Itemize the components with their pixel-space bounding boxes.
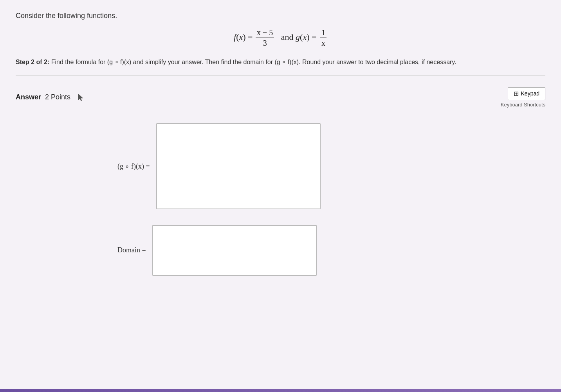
fraction-f-numerator: x − 5 <box>256 28 274 38</box>
keypad-area: ⊞ Keypad Keyboard Shortcuts <box>501 87 545 108</box>
problem-intro: Consider the following functions. <box>16 12 545 20</box>
keypad-button-label: Keypad <box>521 90 539 97</box>
keypad-icon: ⊞ <box>514 90 519 97</box>
divider <box>16 75 545 76</box>
points-label: 2 Points <box>45 93 70 101</box>
answer-section: Answer 2 Points ⊞ Keypad Keyboard Shortc… <box>16 87 545 276</box>
and-g-label: and g(x) = <box>281 32 319 42</box>
answer-inputs: (g ∘ f)(x) = Domain = <box>117 123 545 276</box>
step-description: Find the formula for (g ∘ f)(x) and simp… <box>51 59 456 65</box>
formula-display: f(x) = x − 5 3 and g(x) = 1 x <box>16 28 545 48</box>
composition-label: (g ∘ f)(x) = <box>117 162 150 171</box>
cursor-icon <box>77 93 85 102</box>
bottom-bar <box>0 389 561 392</box>
fraction-g-numerator: 1 <box>320 28 326 38</box>
composition-answer-box[interactable] <box>156 123 321 209</box>
fraction-g-denominator: x <box>320 38 326 48</box>
page: Consider the following functions. f(x) =… <box>0 0 561 392</box>
step-label: Step 2 of 2: <box>16 59 49 65</box>
composition-input-row: (g ∘ f)(x) = <box>117 123 321 209</box>
domain-label: Domain = <box>117 246 146 254</box>
keyboard-shortcuts-text: Keyboard Shortcuts <box>501 102 545 108</box>
fraction-g: 1 x <box>320 28 326 48</box>
fraction-f-denominator: 3 <box>262 38 268 48</box>
answer-header: Answer 2 Points ⊞ Keypad Keyboard Shortc… <box>16 87 545 108</box>
fraction-f: x − 5 3 <box>256 28 274 48</box>
domain-answer-box[interactable] <box>152 225 317 276</box>
step-text: Step 2 of 2: Find the formula for (g ∘ f… <box>16 57 545 67</box>
answer-label-container: Answer 2 Points <box>16 93 85 102</box>
answer-label-text: Answer <box>16 93 41 101</box>
keypad-button[interactable]: ⊞ Keypad <box>508 87 545 100</box>
domain-input-row: Domain = <box>117 225 317 276</box>
f-of-x-label: f(x) = <box>234 32 255 42</box>
